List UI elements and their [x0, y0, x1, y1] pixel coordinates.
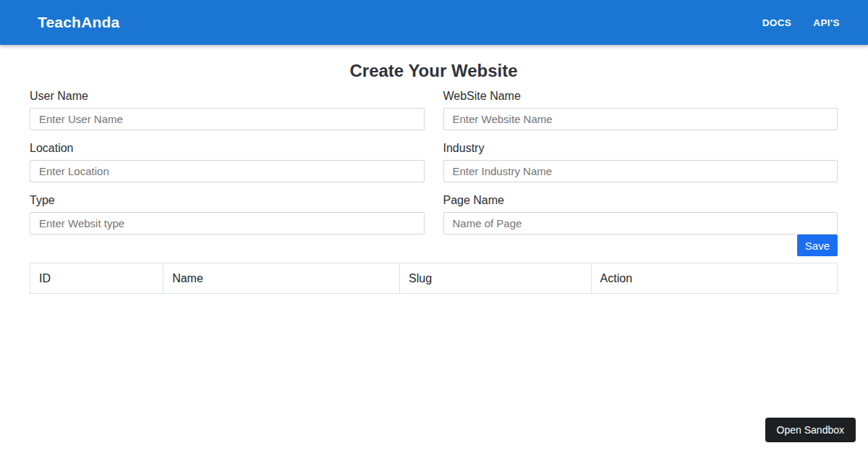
- nav-link-apis[interactable]: API'S: [813, 17, 840, 28]
- form-group-page-name: Page Name: [443, 193, 838, 235]
- top-navbar: TeachAnda DOCS API'S: [0, 0, 868, 45]
- form-group-location: Location: [30, 140, 425, 182]
- location-input[interactable]: [30, 160, 425, 182]
- form-group-industry: Industry: [443, 140, 838, 182]
- save-row: Save: [30, 235, 838, 256]
- nav-link-docs[interactable]: DOCS: [762, 17, 792, 28]
- table-header-row: ID Name Slug Action: [30, 263, 838, 294]
- website-name-input[interactable]: [443, 108, 838, 130]
- navbar-links: DOCS API'S: [762, 17, 840, 28]
- website-name-label: WebSite Name: [443, 88, 838, 104]
- save-button[interactable]: Save: [797, 235, 838, 256]
- open-sandbox-button[interactable]: Open Sandbox: [765, 418, 856, 442]
- page-name-label: Page Name: [443, 193, 838, 208]
- industry-label: Industry: [443, 140, 838, 156]
- create-website-form: User Name WebSite Name Location Industry…: [30, 88, 838, 235]
- websites-table: ID Name Slug Action: [30, 263, 838, 294]
- user-name-label: User Name: [30, 88, 425, 104]
- location-label: Location: [30, 140, 425, 156]
- page-name-input[interactable]: [443, 212, 838, 235]
- table-header-slug: Slug: [400, 263, 591, 294]
- industry-input[interactable]: [443, 160, 838, 182]
- type-label: Type: [30, 193, 425, 208]
- page-title: Create Your Website: [30, 61, 838, 81]
- main-content: Create Your Website User Name WebSite Na…: [0, 61, 868, 294]
- user-name-input[interactable]: [30, 108, 425, 130]
- table-header-id: ID: [30, 263, 163, 294]
- form-group-user-name: User Name: [30, 88, 425, 130]
- brand-logo[interactable]: TeachAnda: [38, 14, 119, 31]
- form-group-type: Type: [30, 193, 425, 235]
- form-group-website-name: WebSite Name: [443, 88, 838, 130]
- table-header-name: Name: [163, 263, 400, 294]
- website-type-input[interactable]: [30, 212, 425, 235]
- table-header-action: Action: [591, 263, 837, 294]
